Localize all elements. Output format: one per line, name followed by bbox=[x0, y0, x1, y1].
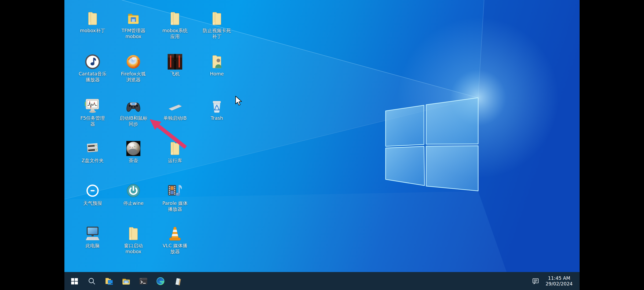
start-button[interactable] bbox=[66, 272, 83, 290]
notepad-icon bbox=[173, 276, 182, 286]
home-folder-icon bbox=[208, 53, 225, 70]
terminal-icon bbox=[138, 276, 148, 286]
game-thumbnail-icon bbox=[167, 53, 183, 70]
taskbar-file-explorer-button[interactable] bbox=[118, 272, 135, 290]
computer-folder-icon bbox=[104, 276, 114, 286]
folder-icon bbox=[167, 10, 183, 27]
edge-browser-icon bbox=[156, 276, 165, 286]
desktop-icon-teapot[interactable]: 茶壶 bbox=[113, 140, 154, 164]
task-manager-monitor-icon bbox=[84, 98, 101, 114]
desktop-icon-this-pc[interactable]: 此电脑 bbox=[72, 225, 113, 249]
clock-date: 29/02/2024 bbox=[546, 281, 573, 287]
gamepad-icon bbox=[125, 98, 142, 114]
desktop-icon-cantata[interactable]: Cantata音乐 播放器 bbox=[72, 53, 113, 83]
file-manager-folder-icon bbox=[125, 10, 142, 27]
desktop-icon-runtime-libs[interactable]: 运行库 bbox=[154, 140, 196, 164]
taskbar-terminal-button[interactable] bbox=[135, 272, 152, 290]
desktop-icon-z-drive-folder[interactable]: Z盘文件夹 bbox=[72, 140, 113, 164]
desktop-icon-start-ib-mouse-sync[interactable]: 启动IB和鼠标 同步 bbox=[113, 97, 154, 127]
desktop: mobox补丁 TFM管理器 mobox mobox系统 应用 防止视频卡死 补… bbox=[64, 0, 580, 290]
taskbar-edge-button[interactable] bbox=[152, 272, 169, 290]
windows-logo bbox=[386, 98, 478, 191]
desktop-icon-home[interactable]: Home bbox=[196, 53, 237, 77]
letterbox-left bbox=[0, 0, 64, 290]
taskbar-notepad-button[interactable] bbox=[169, 272, 186, 290]
folder-icon bbox=[84, 10, 101, 27]
desktop-icon-vlc-player[interactable]: VLC 媒体播 放器 bbox=[154, 225, 196, 255]
desktop-icon-f5-task-manager[interactable]: F5任务管理 器 bbox=[72, 97, 113, 127]
trash-bin-icon bbox=[208, 98, 225, 114]
folder-icon bbox=[125, 225, 142, 242]
music-note-circle-icon bbox=[84, 53, 101, 70]
chrome-sphere-icon bbox=[125, 140, 142, 157]
windows-start-icon bbox=[70, 277, 79, 286]
search-icon bbox=[87, 277, 96, 285]
desktop-icon-parole-player[interactable]: Parole 媒体 播放器 bbox=[154, 182, 196, 212]
taskbar: 11:45 AM 29/02/2024 bbox=[64, 272, 580, 290]
desktop-icon-mobox-system-apps[interactable]: mobox系统 应用 bbox=[154, 10, 196, 40]
desktop-icon-trash[interactable]: Trash bbox=[196, 97, 237, 121]
desktop-icon-feiji-game[interactable]: 飞机 bbox=[154, 53, 196, 77]
desktop-icon-video-freeze-patch[interactable]: 防止视频卡死 补丁 bbox=[196, 10, 237, 40]
action-center-icon[interactable] bbox=[532, 277, 540, 285]
folder-icon bbox=[167, 140, 183, 157]
firefox-icon bbox=[125, 53, 142, 70]
disk-drives-icon bbox=[84, 140, 101, 157]
weather-circle-icon bbox=[84, 183, 101, 200]
taskbar-computer-button[interactable] bbox=[100, 272, 118, 290]
desktop-icon-start-ib-only[interactable]: 单独启动IB bbox=[154, 97, 196, 121]
desktop-icon-tfm-manager[interactable]: TFM管理器 mobox bbox=[113, 10, 154, 40]
folder-icon bbox=[208, 10, 225, 27]
computer-icon bbox=[84, 225, 101, 242]
desktop-icon-weather-forecast[interactable]: 天气预报 bbox=[72, 182, 113, 206]
desktop-icon-window-start-mobox[interactable]: 窗口启动 mobox bbox=[113, 225, 154, 255]
taskbar-tray: 11:45 AM 29/02/2024 bbox=[532, 272, 580, 290]
power-button-icon bbox=[125, 183, 142, 200]
taskbar-search-button[interactable] bbox=[83, 272, 100, 290]
media-player-note-icon bbox=[167, 183, 183, 200]
desktop-icon-firefox[interactable]: Firefox火狐 浏览器 bbox=[113, 53, 154, 83]
taskbar-clock[interactable]: 11:45 AM 29/02/2024 bbox=[546, 276, 573, 287]
desktop-icon-stop-wine[interactable]: 停止wine bbox=[113, 182, 154, 206]
file-explorer-icon bbox=[121, 276, 131, 286]
letterbox-right bbox=[580, 0, 644, 290]
keyboard-icon bbox=[167, 98, 183, 114]
desktop-icon-mobox-patch[interactable]: mobox补丁 bbox=[72, 10, 113, 34]
vlc-cone-icon bbox=[167, 225, 183, 242]
clock-time: 11:45 AM bbox=[546, 276, 573, 281]
